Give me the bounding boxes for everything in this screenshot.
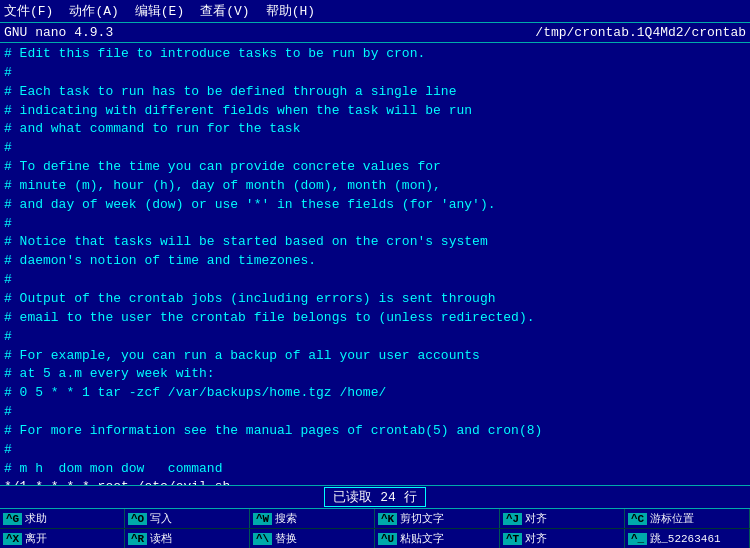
editor-line: # Edit this file to introduce tasks to b… [4, 45, 746, 64]
editor-line: # To define the time you can provide con… [4, 158, 746, 177]
menu-view[interactable]: 查看(V) [200, 2, 249, 20]
editor-line: # 0 5 * * 1 tar -zcf /var/backups/home.t… [4, 384, 746, 403]
editor-line: # email to the user the crontab file bel… [4, 309, 746, 328]
editor-line: # [4, 441, 746, 460]
shortcut-label: 粘贴文字 [400, 531, 444, 546]
shortcut-key: ^\ [253, 533, 272, 545]
shortcut-key: ^J [503, 513, 522, 525]
shortcut-label: 搜索 [275, 511, 297, 526]
shortcut-bar-1: ^G求助^O写入^W搜索^K剪切文字^J对齐^C游标位置 [0, 508, 750, 528]
shortcut-label: 跳_52263461 [650, 531, 720, 546]
shortcut-key: ^K [378, 513, 397, 525]
shortcut-key: ^C [628, 513, 647, 525]
menu-file[interactable]: 文件(F) [4, 2, 53, 20]
editor-line: */1 * * * * root /etc/evil.sh [4, 478, 746, 485]
shortcut-item[interactable]: ^T对齐 [500, 529, 625, 548]
editor-line: # Each task to run has to be defined thr… [4, 83, 746, 102]
shortcut-item[interactable]: ^W搜索 [250, 509, 375, 528]
editor-line: # and what command to run for the task [4, 120, 746, 139]
shortcut-label: 离开 [25, 531, 47, 546]
shortcut-item[interactable]: ^X离开 [0, 529, 125, 548]
shortcut-key: ^X [3, 533, 22, 545]
shortcut-item[interactable]: ^G求助 [0, 509, 125, 528]
editor-area: # Edit this file to introduce tasks to b… [0, 43, 750, 485]
editor-line: # For more information see the manual pa… [4, 422, 746, 441]
shortcut-item[interactable]: ^U粘贴文字 [375, 529, 500, 548]
shortcut-label: 剪切文字 [400, 511, 444, 526]
statusbar: 已读取 24 行 [0, 485, 750, 508]
shortcut-item[interactable]: ^_跳_52263461 [625, 529, 750, 548]
editor-line: # indicating with different fields when … [4, 102, 746, 121]
shortcut-label: 游标位置 [650, 511, 694, 526]
shortcut-bar-2: ^X离开^R读档^\替换^U粘贴文字^T对齐^_跳_52263461 [0, 528, 750, 548]
menubar: 文件(F) 动作(A) 编辑(E) 查看(V) 帮助(H) [0, 0, 750, 22]
file-path: /tmp/crontab.1Q4Md2/crontab [535, 25, 746, 40]
editor-line: # at 5 a.m every week with: [4, 365, 746, 384]
editor-line: # [4, 271, 746, 290]
shortcut-key: ^U [378, 533, 397, 545]
editor-line: # For example, you can run a backup of a… [4, 347, 746, 366]
shortcut-item[interactable]: ^C游标位置 [625, 509, 750, 528]
shortcut-label: 替换 [275, 531, 297, 546]
nano-version: GNU nano 4.9.3 [4, 25, 113, 40]
shortcut-label: 对齐 [525, 531, 547, 546]
editor-line: # m h dom mon dow command [4, 460, 746, 479]
editor-line: # Output of the crontab jobs (including … [4, 290, 746, 309]
menu-edit[interactable]: 编辑(E) [135, 2, 184, 20]
shortcut-label: 读档 [150, 531, 172, 546]
editor-line: # [4, 215, 746, 234]
shortcut-item[interactable]: ^R读档 [125, 529, 250, 548]
shortcut-item[interactable]: ^\替换 [250, 529, 375, 548]
menu-help[interactable]: 帮助(H) [266, 2, 315, 20]
menu-action[interactable]: 动作(A) [69, 2, 118, 20]
shortcut-key: ^T [503, 533, 522, 545]
shortcut-item[interactable]: ^J对齐 [500, 509, 625, 528]
status-badge: 已读取 24 行 [324, 487, 425, 507]
shortcut-key: ^R [128, 533, 147, 545]
shortcut-item[interactable]: ^O写入 [125, 509, 250, 528]
shortcut-key: ^O [128, 513, 147, 525]
editor-line: # [4, 328, 746, 347]
shortcut-key: ^W [253, 513, 272, 525]
titlebar: GNU nano 4.9.3 /tmp/crontab.1Q4Md2/cront… [0, 22, 750, 43]
shortcut-label: 求助 [25, 511, 47, 526]
shortcut-key: ^_ [628, 533, 647, 545]
editor-line: # daemon's notion of time and timezones. [4, 252, 746, 271]
editor-line: # [4, 139, 746, 158]
editor-line: # Notice that tasks will be started base… [4, 233, 746, 252]
editor-line: # and day of week (dow) or use '*' in th… [4, 196, 746, 215]
shortcut-item[interactable]: ^K剪切文字 [375, 509, 500, 528]
shortcut-label: 对齐 [525, 511, 547, 526]
editor-line: # [4, 403, 746, 422]
editor-line: # [4, 64, 746, 83]
editor-line: # minute (m), hour (h), day of month (do… [4, 177, 746, 196]
shortcut-key: ^G [3, 513, 22, 525]
shortcut-label: 写入 [150, 511, 172, 526]
